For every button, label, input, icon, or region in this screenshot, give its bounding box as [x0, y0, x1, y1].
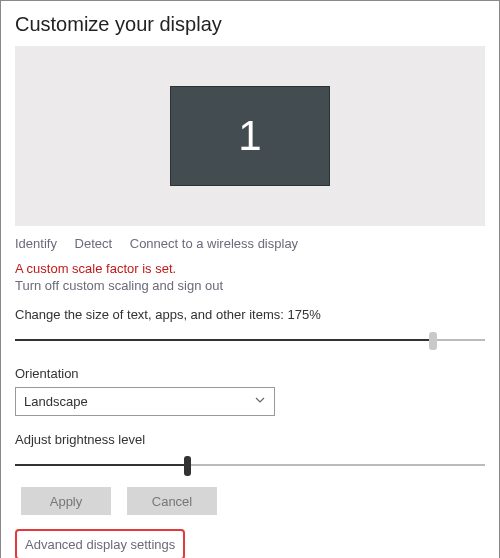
custom-scale-warning: A custom scale factor is set. [15, 261, 485, 276]
brightness-slider[interactable] [15, 455, 485, 475]
orientation-value: Landscape [24, 394, 88, 409]
monitor-number: 1 [238, 112, 261, 160]
orientation-label: Orientation [15, 366, 485, 381]
turn-off-scaling-link[interactable]: Turn off custom scaling and sign out [15, 278, 223, 293]
connect-wireless-link[interactable]: Connect to a wireless display [130, 236, 298, 251]
advanced-display-settings-highlight: Advanced display settings [15, 529, 185, 558]
page-title: Customize your display [15, 13, 485, 36]
display-preview-area: 1 [15, 46, 485, 226]
text-size-label: Change the size of text, apps, and other… [15, 307, 485, 322]
orientation-dropdown[interactable]: Landscape [15, 387, 275, 416]
chevron-down-icon [254, 394, 266, 409]
text-size-slider[interactable] [15, 330, 485, 350]
monitor-1[interactable]: 1 [170, 86, 330, 186]
detect-link[interactable]: Detect [75, 236, 113, 251]
button-row: Apply Cancel [21, 487, 485, 515]
apply-button[interactable]: Apply [21, 487, 111, 515]
advanced-display-settings-link[interactable]: Advanced display settings [25, 537, 175, 552]
cancel-button[interactable]: Cancel [127, 487, 217, 515]
brightness-label: Adjust brightness level [15, 432, 485, 447]
display-action-links: Identify Detect Connect to a wireless di… [15, 236, 485, 251]
identify-link[interactable]: Identify [15, 236, 57, 251]
